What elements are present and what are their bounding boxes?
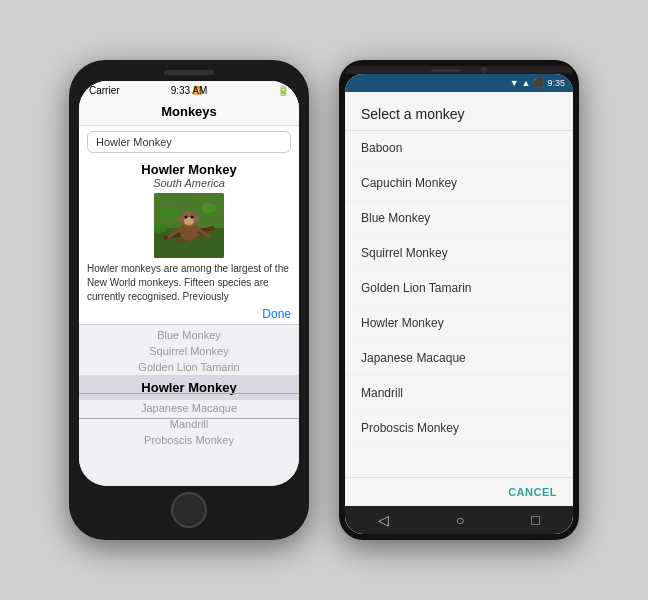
android-device: ▼ ▲ ⬛ 9:35 Select a monkey Baboon Capuch…: [339, 60, 579, 540]
ios-done-button[interactable]: Done: [79, 304, 299, 324]
picker-proboscis-monkey[interactable]: Proboscis Monkey: [79, 432, 299, 448]
list-item-baboon[interactable]: Baboon: [345, 131, 573, 166]
picker-japanese-macaque[interactable]: Japanese Macaque: [79, 400, 299, 416]
list-item-capuchin[interactable]: Capuchin Monkey: [345, 166, 573, 201]
ios-description: Howler monkeys are among the largest of …: [79, 262, 299, 304]
list-item-japanese[interactable]: Japanese Macaque: [345, 341, 573, 376]
ios-monkey-image: [154, 193, 224, 258]
ios-picker[interactable]: Blue Monkey Squirrel Monkey Golden Lion …: [79, 324, 299, 486]
android-wifi-icon: ▼: [510, 78, 519, 88]
android-top-bar: [345, 66, 573, 74]
ios-nav-bar: Monkeys: [79, 98, 299, 126]
picker-squirrel-monkey[interactable]: Squirrel Monkey: [79, 343, 299, 359]
android-cancel-button[interactable]: CANCEL: [508, 486, 557, 498]
ios-monkey-name: Howler Monkey: [79, 162, 299, 177]
list-item-mandrill[interactable]: Mandrill: [345, 376, 573, 411]
ios-status-bar: Carrier 📶 9:33 AM 🔋: [79, 81, 299, 98]
iphone-home-button[interactable]: [171, 492, 207, 528]
android-home-button[interactable]: ○: [456, 512, 464, 528]
android-back-button[interactable]: ◁: [378, 512, 389, 528]
android-dialog-title: Select a monkey: [345, 92, 573, 130]
picker-golden-lion[interactable]: Golden Lion Tamarin: [79, 359, 299, 375]
ios-search-value: Howler Monkey: [96, 136, 172, 148]
ios-content: Howler Monkey South America: [79, 158, 299, 486]
android-battery-icon: ⬛: [533, 78, 544, 88]
android-monkey-list: Baboon Capuchin Monkey Blue Monkey Squir…: [345, 131, 573, 477]
list-item-blue-monkey[interactable]: Blue Monkey: [345, 201, 573, 236]
android-cancel-bar: CANCEL: [345, 478, 573, 506]
carrier-label: Carrier: [89, 85, 120, 96]
ios-picker-list: Blue Monkey Squirrel Monkey Golden Lion …: [79, 325, 299, 448]
list-item-proboscis[interactable]: Proboscis Monkey: [345, 411, 573, 446]
android-recent-button[interactable]: □: [531, 512, 539, 528]
list-item-howler[interactable]: Howler Monkey: [345, 306, 573, 341]
android-status-bar: ▼ ▲ ⬛ 9:35: [345, 74, 573, 92]
list-item-squirrel[interactable]: Squirrel Monkey: [345, 236, 573, 271]
picker-blue-monkey[interactable]: Blue Monkey: [79, 327, 299, 343]
android-time: 9:35: [547, 78, 565, 88]
iphone-device: Carrier 📶 9:33 AM 🔋 Monkeys Howler Monke…: [69, 60, 309, 540]
android-speaker: [431, 69, 461, 72]
android-nav-bar: ◁ ○ □: [345, 506, 573, 534]
android-screen: ▼ ▲ ⬛ 9:35 Select a monkey Baboon Capuch…: [345, 74, 573, 534]
ios-monkey-region: South America: [79, 177, 299, 189]
svg-point-10: [194, 216, 200, 222]
ios-time: 9:33 AM: [171, 85, 208, 96]
ios-battery-icon: 🔋: [277, 85, 289, 96]
svg-point-14: [201, 203, 217, 213]
iphone-speaker: [164, 70, 214, 75]
list-item-golden-lion[interactable]: Golden Lion Tamarin: [345, 271, 573, 306]
android-signal-icon: ▲: [522, 78, 531, 88]
picker-howler-monkey[interactable]: Howler Monkey: [79, 375, 299, 400]
picker-mandrill[interactable]: Mandrill: [79, 416, 299, 432]
svg-point-9: [178, 216, 184, 222]
ios-search-bar[interactable]: Howler Monkey: [87, 131, 291, 153]
svg-point-13: [159, 207, 179, 219]
android-dialog: Select a monkey Baboon Capuchin Monkey B…: [345, 92, 573, 506]
android-status-icons: ▼ ▲ ⬛ 9:35: [510, 78, 565, 88]
svg-point-8: [191, 216, 194, 219]
ios-screen-title: Monkeys: [161, 104, 217, 119]
android-camera: [481, 67, 487, 73]
iphone-screen: Carrier 📶 9:33 AM 🔋 Monkeys Howler Monke…: [79, 81, 299, 486]
svg-point-7: [185, 216, 188, 219]
